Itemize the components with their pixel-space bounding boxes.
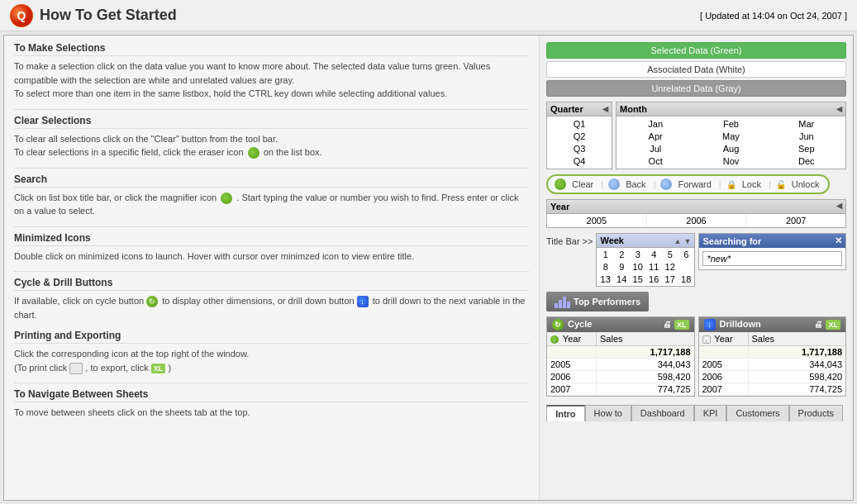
drill-col-headers: ↑ Year Sales xyxy=(699,332,846,346)
printing-text1: Click the corresponding icon at the top … xyxy=(14,347,529,361)
cycle-year-2007[interactable]: 2007 xyxy=(547,383,597,395)
drill-sales-2005: 344,043 xyxy=(749,359,846,370)
drill-row-2006: 2006 598,420 xyxy=(699,371,846,383)
app-logo: Q xyxy=(10,4,33,27)
quarter-nav[interactable]: ◀ xyxy=(602,105,608,113)
cycle-sales-2007: 774,725 xyxy=(597,383,694,395)
drill-header-icon: ↓ xyxy=(704,319,716,330)
minimized-icons-section: Top Performers xyxy=(546,292,846,311)
drill-xl-icon[interactable]: XL xyxy=(826,320,840,330)
cycle-col-year: ↑ Year xyxy=(547,332,597,345)
make-selections-text2: To select more than one item in the same… xyxy=(14,87,529,101)
cycle-row-2005: 2005 344,043 xyxy=(547,359,694,371)
search-input[interactable] xyxy=(702,251,842,266)
clear-selections-title: Clear Selections xyxy=(14,115,529,129)
printing-text2: (To print click , to export, click XL ) xyxy=(14,361,529,375)
tab-howto[interactable]: How to xyxy=(585,405,631,421)
month-header: Month ◀ xyxy=(617,102,845,116)
navigate-title: To Navigate Between Sheets xyxy=(14,388,529,402)
drill-print-icon[interactable]: 🖨 xyxy=(814,320,822,330)
year-cells: 2005 2006 2007 xyxy=(547,214,845,227)
search-box: Searching for ✕ xyxy=(698,233,846,270)
clear-selections-text1: To clear all selections click on the "Cl… xyxy=(14,132,529,146)
top-performers-icon[interactable]: Top Performers xyxy=(546,292,649,311)
app-title: How To Get Started xyxy=(40,7,177,24)
q4[interactable]: Q4 xyxy=(549,155,610,167)
cycle-sales-2005: 344,043 xyxy=(597,359,694,370)
week-scroll-up[interactable]: ▲ xyxy=(674,237,682,245)
cycle-col-icon: ↑ xyxy=(550,335,559,344)
tab-customers[interactable]: Customers xyxy=(726,405,788,421)
tab-kpi[interactable]: KPI xyxy=(694,405,727,421)
drill-col-year: ↑ Year xyxy=(699,332,749,345)
make-selections-title: To Make Selections xyxy=(14,42,529,56)
back-icon xyxy=(608,178,620,190)
cycle-total-row: 1,717,188 xyxy=(547,346,694,359)
cycle-drill-text: If available, click on cycle button ↻ to… xyxy=(14,294,529,321)
month-nav[interactable]: ◀ xyxy=(836,105,842,113)
cycle-row-2006: 2006 598,420 xyxy=(547,371,694,383)
updated-label: [ Updated at 14:04 on Oct 24, 2007 ] xyxy=(700,11,847,21)
cycle-col-headers: ↑ Year Sales xyxy=(547,332,694,346)
eraser-icon xyxy=(248,147,259,159)
legend-green: Selected Data (Green) xyxy=(546,42,846,59)
year-2007[interactable]: 2007 xyxy=(746,214,845,227)
unlock-button[interactable]: Unlock xyxy=(789,178,822,190)
toolbar: Clear | Back | Forward | 🔒 Lock | 🔓 Unlo… xyxy=(546,174,830,194)
cycle-year-2005[interactable]: 2005 xyxy=(547,359,597,370)
quarter-grid: Q1 Q2 Q3 Q4 xyxy=(547,116,612,169)
drill-col-icon: ↑ xyxy=(702,335,711,344)
legend-gray: Unrelated Data (Gray) xyxy=(546,80,846,97)
clear-button[interactable]: Clear xyxy=(569,178,596,190)
drill-year-2006[interactable]: 2006 xyxy=(699,371,749,383)
cycle-box: ↻ Cycle 🖨 XL ↑ Year Sales xyxy=(546,316,695,397)
sheet-tabs: Intro How to Dashboard KPI Customers Pro… xyxy=(546,402,846,421)
cycle-sales-2006: 598,420 xyxy=(597,371,694,383)
tab-dashboard[interactable]: Dashboard xyxy=(631,405,694,421)
minimized-icons-text: Double click on minimized icons to launc… xyxy=(14,250,529,264)
back-button[interactable]: Back xyxy=(623,178,648,190)
quarter-header: Quarter ◀ xyxy=(547,102,612,116)
q1[interactable]: Q1 xyxy=(549,118,610,130)
month-box: Month ◀ Jan Feb Mar Apr May Jun Jul Aug … xyxy=(616,102,846,169)
cycle-xl-icon[interactable]: XL xyxy=(674,320,689,330)
drill-year-2005[interactable]: 2005 xyxy=(699,359,749,370)
q3[interactable]: Q3 xyxy=(549,143,610,155)
drill-col-sales: Sales xyxy=(749,332,846,345)
drill-year-2007[interactable]: 2007 xyxy=(699,383,749,395)
clear-selections-text2: To clear selections in a specific field,… xyxy=(14,145,529,159)
week-scroll-down[interactable]: ▼ xyxy=(684,237,692,245)
tab-intro[interactable]: Intro xyxy=(546,405,584,421)
year-2006[interactable]: 2006 xyxy=(647,214,747,227)
xl-badge: XL xyxy=(151,364,166,373)
cycle-print-icon[interactable]: 🖨 xyxy=(663,320,671,330)
search-close-button[interactable]: ✕ xyxy=(835,235,842,246)
search-header: Searching for ✕ xyxy=(699,234,845,248)
drill-total-year xyxy=(699,346,749,358)
drill-row-2007: 2007 774,725 xyxy=(699,383,846,396)
drill-btn-icon: ↓ xyxy=(357,296,369,307)
cycle-header-icon: ↻ xyxy=(552,319,564,330)
cycle-btn-icon: ↻ xyxy=(146,296,158,307)
year-nav[interactable]: ◀ xyxy=(836,202,842,212)
cycle-total-sales: 1,717,188 xyxy=(597,346,694,358)
week-box: Week ▲ ▼ 1 2 3 4 5 6 8 9 xyxy=(596,233,695,287)
tab-products[interactable]: Products xyxy=(789,405,843,421)
year-2005[interactable]: 2005 xyxy=(547,214,647,227)
forward-icon xyxy=(660,178,672,190)
clear-icon xyxy=(555,178,566,190)
week-grid: 1 2 3 4 5 6 8 9 10 11 12 13 14 xyxy=(597,248,694,286)
legend-white: Associated Data (White) xyxy=(546,61,846,78)
search-text: Click on list box title bar, or click th… xyxy=(14,191,529,218)
cycle-year-2006[interactable]: 2006 xyxy=(547,371,597,383)
cycle-total-year xyxy=(547,346,597,358)
cycle-col-sales: Sales xyxy=(597,332,694,345)
make-selections-text1: To make a selection click on the data va… xyxy=(14,59,529,87)
title-bar-label: Title Bar >> xyxy=(546,233,593,246)
cycle-header: ↻ Cycle 🖨 XL xyxy=(547,317,694,332)
minimized-icons-title: Minimized Icons xyxy=(14,232,529,246)
lock-button[interactable]: Lock xyxy=(740,178,764,190)
forward-button[interactable]: Forward xyxy=(675,178,713,190)
q2[interactable]: Q2 xyxy=(549,131,610,142)
drill-sales-2007: 774,725 xyxy=(749,383,846,395)
